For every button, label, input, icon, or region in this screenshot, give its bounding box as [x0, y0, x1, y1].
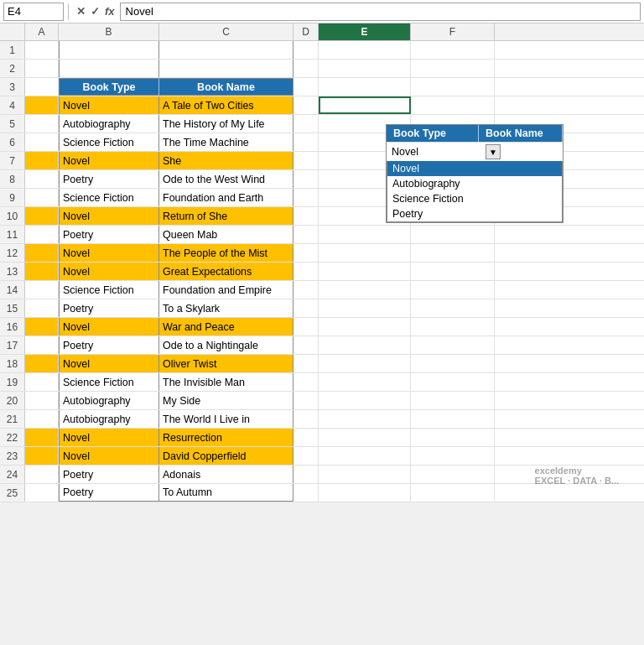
- cell-book-name[interactable]: Ode to the West Wind: [159, 170, 293, 188]
- cell-book-type[interactable]: Science Fiction: [59, 281, 159, 299]
- cell-reference-box[interactable]: E4: [3, 3, 64, 21]
- row-number[interactable]: 14: [0, 281, 25, 299]
- cell-book-name[interactable]: Queen Mab: [159, 226, 293, 243]
- col-header-f[interactable]: F: [411, 23, 495, 40]
- cell-book-name[interactable]: War and Peace: [159, 318, 293, 336]
- col-header-b[interactable]: B: [59, 23, 159, 40]
- row-number[interactable]: 18: [0, 355, 25, 372]
- cell-f[interactable]: [411, 410, 495, 428]
- row-number[interactable]: 23: [0, 447, 25, 465]
- cell-book-name[interactable]: [159, 60, 293, 77]
- cell-a[interactable]: [25, 115, 59, 133]
- cell-a[interactable]: [25, 447, 59, 465]
- cell-d[interactable]: [293, 152, 319, 169]
- cell-f[interactable]: [411, 355, 495, 372]
- cell-a[interactable]: [25, 336, 59, 354]
- cell-a[interactable]: [25, 133, 59, 151]
- cell-a[interactable]: [25, 466, 59, 483]
- cell-book-name[interactable]: Return of She: [159, 207, 293, 225]
- cell-a[interactable]: [25, 263, 59, 280]
- cell-book-type[interactable]: Novel: [59, 355, 159, 372]
- cell-book-type[interactable]: Science Fiction: [59, 189, 159, 206]
- row-number[interactable]: 8: [0, 170, 25, 188]
- row-number[interactable]: 16: [0, 318, 25, 336]
- row-number[interactable]: 4: [0, 96, 25, 114]
- row-number[interactable]: 9: [0, 189, 25, 206]
- cell-book-name[interactable]: To Autumn: [159, 484, 293, 502]
- row-number[interactable]: 21: [0, 410, 25, 428]
- row-number[interactable]: 17: [0, 336, 25, 354]
- cell-book-name[interactable]: A Tale of Two Cities: [159, 96, 293, 114]
- cell-book-name[interactable]: [159, 41, 293, 59]
- cell-book-type[interactable]: Autobiography: [59, 410, 159, 428]
- cell-d[interactable]: [293, 244, 319, 262]
- cell-e[interactable]: [319, 447, 411, 465]
- dropdown-option[interactable]: Autobiography: [387, 176, 562, 191]
- cell-e[interactable]: [319, 96, 411, 114]
- cell-a[interactable]: [25, 170, 59, 188]
- cell-a[interactable]: [25, 392, 59, 409]
- cell-d[interactable]: [293, 355, 319, 372]
- cell-f[interactable]: [411, 244, 495, 262]
- row-number[interactable]: 11: [0, 226, 25, 243]
- cell-a[interactable]: [25, 244, 59, 262]
- row-number[interactable]: 20: [0, 392, 25, 409]
- cell-e[interactable]: [319, 373, 411, 391]
- cell-d[interactable]: [293, 96, 319, 114]
- cell-book-type[interactable]: Poetry: [59, 484, 159, 502]
- cell-book-type[interactable]: Poetry: [59, 299, 159, 317]
- cell-e[interactable]: [319, 392, 411, 409]
- cell-a[interactable]: [25, 41, 59, 59]
- cell-a[interactable]: [25, 373, 59, 391]
- cell-f[interactable]: [411, 336, 495, 354]
- cell-f[interactable]: [411, 281, 495, 299]
- cell-d[interactable]: [293, 41, 319, 59]
- cell-d[interactable]: [293, 484, 319, 502]
- cell-d[interactable]: [293, 226, 319, 243]
- cell-a[interactable]: [25, 207, 59, 225]
- cell-a[interactable]: [25, 226, 59, 243]
- cell-book-name[interactable]: To a Skylark: [159, 299, 293, 317]
- cell-e[interactable]: [319, 263, 411, 280]
- row-number[interactable]: 13: [0, 263, 25, 280]
- fx-icon[interactable]: fx: [105, 5, 115, 18]
- cell-book-type[interactable]: Science Fiction: [59, 133, 159, 151]
- confirm-icon[interactable]: ✓: [91, 5, 100, 18]
- cell-f[interactable]: [411, 447, 495, 465]
- cell-d[interactable]: [293, 466, 319, 483]
- cell-a[interactable]: [25, 355, 59, 372]
- row-number[interactable]: 19: [0, 373, 25, 391]
- cell-e[interactable]: [319, 318, 411, 336]
- cell-book-name[interactable]: Resurrection: [159, 429, 293, 446]
- cell-f[interactable]: [411, 78, 495, 96]
- row-number[interactable]: 1: [0, 41, 25, 59]
- cell-a[interactable]: [25, 410, 59, 428]
- cell-e[interactable]: [319, 281, 411, 299]
- cell-e[interactable]: [319, 355, 411, 372]
- cell-f[interactable]: [411, 373, 495, 391]
- cell-e[interactable]: [319, 226, 411, 243]
- cell-f[interactable]: [411, 299, 495, 317]
- cancel-icon[interactable]: ✕: [76, 5, 86, 18]
- cell-a[interactable]: [25, 281, 59, 299]
- dropdown-selected-value[interactable]: Novel: [387, 144, 479, 159]
- cell-book-type[interactable]: Autobiography: [59, 392, 159, 409]
- cell-e[interactable]: [319, 466, 411, 483]
- cell-d[interactable]: [293, 60, 319, 77]
- cell-e[interactable]: [319, 336, 411, 354]
- row-number[interactable]: 6: [0, 133, 25, 151]
- cell-d[interactable]: [293, 392, 319, 409]
- cell-a[interactable]: [25, 189, 59, 206]
- row-number[interactable]: 5: [0, 115, 25, 133]
- cell-a[interactable]: [25, 484, 59, 502]
- cell-d[interactable]: [293, 78, 319, 96]
- row-number[interactable]: 7: [0, 152, 25, 169]
- cell-book-name[interactable]: She: [159, 152, 293, 169]
- row-number[interactable]: 15: [0, 299, 25, 317]
- cell-d[interactable]: [293, 429, 319, 446]
- cell-book-type[interactable]: Novel: [59, 429, 159, 446]
- cell-e[interactable]: [319, 41, 411, 59]
- cell-f[interactable]: [411, 392, 495, 409]
- dropdown-option[interactable]: Poetry: [387, 206, 562, 221]
- cell-book-name[interactable]: Foundation and Earth: [159, 189, 293, 206]
